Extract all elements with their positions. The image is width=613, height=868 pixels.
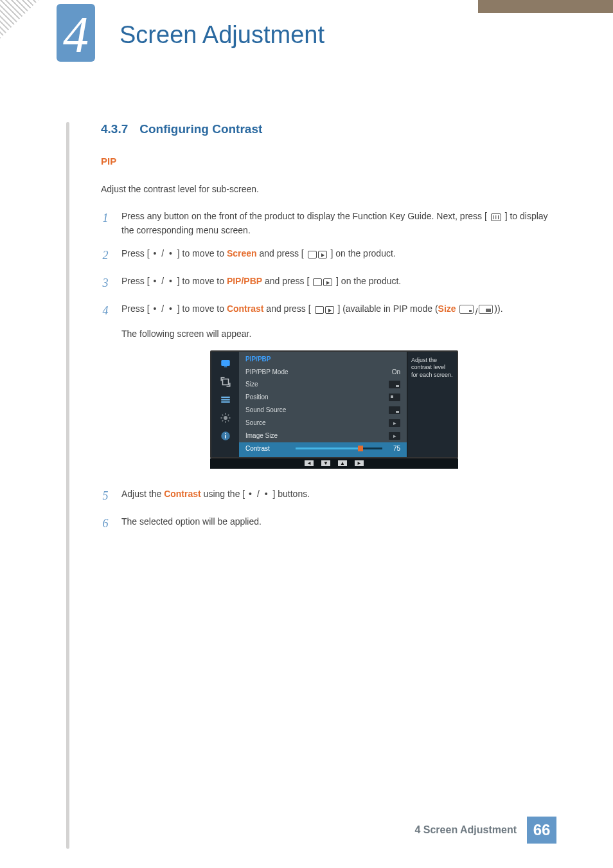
corner-hatch-decoration: [0, 0, 39, 39]
step-number: 1: [101, 209, 110, 238]
osd-sidebar: [211, 352, 239, 457]
osd-row-contrast-selected: Contrast 75: [239, 442, 407, 457]
osd-help-panel: Adjust the contrast level for each scree…: [407, 352, 457, 457]
step-text: and press [: [257, 248, 304, 258]
nav-dots-icon: • / •: [150, 276, 177, 286]
nav-dots-icon: • / •: [150, 303, 177, 314]
step-number: 5: [101, 487, 110, 505]
step-text: ] buttons.: [272, 489, 310, 499]
monitor-icon: [219, 358, 232, 370]
highlight-contrast: Contrast: [227, 303, 264, 314]
osd-menu-title: PIP/PBP: [239, 352, 407, 366]
step-text: The selected option will be applied.: [121, 514, 551, 533]
contrast-value: 75: [387, 445, 400, 452]
header-color-bar: [478, 0, 613, 13]
chapter-title: Screen Adjustment: [120, 21, 324, 49]
osd-row-position: Position: [239, 391, 407, 404]
enter-key-icon: [308, 251, 327, 258]
svg-rect-1: [224, 366, 227, 368]
nav-dots-icon: • / •: [245, 489, 272, 499]
svg-rect-0: [221, 360, 230, 366]
pip-subheading: PIP: [101, 156, 551, 167]
svg-rect-4: [221, 399, 230, 400]
section-heading: 4.3.7Configuring Contrast: [101, 122, 551, 136]
step-text: )).: [494, 303, 502, 314]
step-number: 3: [101, 274, 110, 293]
info-icon: [219, 430, 232, 442]
pip-paragraph: Adjust the contrast level for sub-screen…: [101, 183, 551, 196]
osd-row-source: Source: [239, 417, 407, 429]
submenu-arrow-icon: [389, 432, 400, 440]
section-title: Configuring Contrast: [139, 122, 262, 136]
svg-rect-3: [221, 397, 230, 398]
svg-rect-8: [225, 435, 226, 438]
contrast-slider: [296, 448, 382, 449]
step-subtext: The following screen will appear.: [121, 327, 551, 341]
nav-dots-icon: • / •: [150, 248, 177, 258]
step-text: ] (available in PIP mode (: [337, 303, 438, 314]
step-number: 4: [101, 302, 110, 341]
step-text: Press [: [121, 303, 150, 314]
step-5: 5 Adjust the Contrast using the [ • / • …: [101, 487, 551, 505]
resize-icon: [219, 376, 232, 388]
nav-up-icon: ▲: [338, 460, 347, 466]
gear-icon: [219, 412, 232, 424]
chapter-number-badge: 4: [57, 4, 95, 62]
step-text: Press [: [121, 276, 150, 286]
list-icon: [219, 394, 232, 406]
step-text: ] to move to: [177, 248, 227, 258]
size-value-icon: [389, 381, 400, 388]
page-number-badge: 66: [527, 817, 556, 844]
nav-right-icon: ►: [355, 460, 364, 466]
step-text: ] to move to: [177, 276, 227, 286]
step-text: ] on the product.: [336, 276, 401, 286]
step-2: 2 Press [ • / • ] to move to Screen and …: [101, 246, 551, 265]
nav-left-icon: ◄: [305, 460, 314, 466]
left-margin-rule: [66, 122, 69, 849]
svg-rect-5: [221, 401, 230, 402]
position-value-icon: [389, 393, 400, 401]
highlight-pippbp: PIP/PBP: [227, 276, 262, 286]
osd-row-image-size: Image Size: [239, 429, 407, 442]
sound-value-icon: [389, 406, 400, 414]
highlight-screen: Screen: [227, 248, 257, 258]
menu-button-icon: [491, 213, 501, 221]
step-text: Adjust the: [121, 489, 164, 499]
highlight-size: Size: [438, 303, 456, 314]
osd-row-sound: Sound Source: [239, 404, 407, 417]
step-6: 6 The selected option will be applied.: [101, 514, 551, 533]
osd-row-mode: PIP/PBP ModeOn: [239, 366, 407, 378]
osd-row-size: Size: [239, 378, 407, 391]
submenu-arrow-icon: [389, 419, 400, 427]
step-text: Press [: [121, 248, 150, 258]
step-1: 1 Press any button on the front of the p…: [101, 209, 551, 238]
osd-screenshot: PIP/PBP PIP/PBP ModeOn Size Position Sou…: [210, 350, 458, 469]
size-option-icons: /: [459, 305, 493, 319]
step-text: ] to move to: [177, 303, 227, 314]
page-footer: 4 Screen Adjustment 66: [414, 817, 556, 844]
enter-key-icon: [315, 306, 334, 314]
svg-point-6: [224, 416, 227, 420]
highlight-contrast: Contrast: [164, 489, 201, 499]
step-text: using the [: [201, 489, 245, 499]
section-number: 4.3.7: [101, 122, 128, 136]
footer-chapter-label: 4 Screen Adjustment: [414, 824, 517, 836]
step-3: 3 Press [ • / • ] to move to PIP/PBP and…: [101, 274, 551, 293]
step-text: and press [: [263, 303, 310, 314]
step-text: and press [: [262, 276, 309, 286]
nav-down-icon: ▼: [321, 460, 330, 466]
step-4: 4 Press [ • / • ] to move to Contrast an…: [101, 302, 551, 341]
enter-key-icon: [313, 278, 332, 286]
step-text: ] on the product.: [331, 248, 396, 258]
osd-nav-bar: ◄ ▼ ▲ ►: [210, 458, 458, 469]
step-text: Press any button on the front of the pro…: [121, 211, 487, 221]
step-number: 2: [101, 246, 110, 265]
svg-rect-2: [222, 379, 228, 384]
step-number: 6: [101, 514, 110, 533]
svg-rect-9: [225, 433, 226, 434]
